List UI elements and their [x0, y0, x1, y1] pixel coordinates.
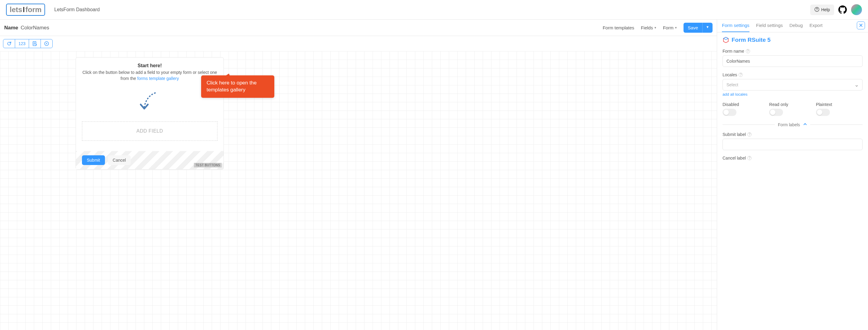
locales-input[interactable] [722, 79, 863, 90]
logo-text-left: lets [10, 5, 22, 14]
sidebar-tabs: Form settings Field settings Debug Expor… [717, 20, 868, 32]
help-button[interactable]: Help [810, 4, 834, 15]
logo-text-right: form [25, 5, 41, 14]
locales-label: Locales ? [722, 72, 863, 77]
svg-point-1 [816, 10, 817, 11]
readonly-toggle-col: Read only [769, 102, 816, 116]
cancel-label-label: Cancel label ? [722, 156, 863, 161]
chevron-down-icon: ⌄ [855, 81, 859, 88]
tab-form-settings[interactable]: Form settings [722, 23, 749, 32]
form-name-field: Form name ? [722, 49, 863, 67]
plaintext-label: Plaintext [816, 102, 863, 107]
form-name-label-text: Form name [722, 49, 744, 54]
help-label: Help [821, 7, 830, 12]
form-card: Start here! Click on the button below to… [75, 57, 224, 169]
onboarding-tooltip: Click here to open the templates gallery [201, 75, 274, 98]
refresh-icon[interactable] [3, 39, 15, 48]
toolbar-right: Form templates Fields ▾ Form ▾ Save ▼ [603, 23, 713, 33]
disabled-label: Disabled [722, 102, 769, 107]
logo[interactable]: lets I form [6, 4, 45, 16]
help-icon [814, 7, 819, 13]
canvas-icon-bar: 123 [0, 36, 717, 51]
avatar[interactable] [851, 4, 862, 15]
divider-line [722, 125, 775, 125]
plaintext-toggle-col: Plaintext [816, 102, 863, 116]
menu-form-label: Form [663, 25, 674, 30]
help-icon[interactable]: ? [747, 132, 751, 137]
add-all-locales-link[interactable]: add all locales [722, 92, 747, 97]
form-labels-section[interactable]: Form labels [722, 122, 863, 127]
cancel-button[interactable]: Cancel [108, 155, 131, 165]
chevron-down-icon: ▾ [654, 26, 656, 30]
collapse-up-icon [803, 122, 807, 127]
canvas: Start here! Click on the button below to… [0, 51, 717, 330]
add-field-button[interactable]: ADD FIELD [82, 121, 217, 141]
close-panel-button[interactable]: ✕ [857, 22, 865, 29]
help-icon[interactable]: ? [747, 156, 751, 160]
form-name-input[interactable] [722, 55, 863, 67]
save-dropdown[interactable]: ▼ [702, 23, 713, 33]
arrow-icon [137, 90, 162, 114]
play-icon[interactable] [41, 39, 52, 48]
save-button-group: Save ▼ [683, 23, 713, 33]
locales-select[interactable]: ⌄ [722, 79, 863, 90]
submit-label-input[interactable] [722, 139, 863, 150]
chevron-down-icon: ▾ [675, 26, 677, 30]
menu-templates-label: Form templates [603, 25, 634, 30]
tab-debug[interactable]: Debug [789, 23, 803, 32]
divider-line [810, 125, 863, 125]
toolbar-left: Name ColorNames [4, 25, 49, 31]
test-badge: TEST BUTTONS [194, 163, 222, 167]
submit-button[interactable]: Submit [82, 155, 105, 165]
submit-label-field: Submit label ? [722, 132, 863, 150]
panel-title-text: Form RSuite 5 [732, 37, 771, 43]
header-left: lets I form LetsForm Dashboard [6, 4, 100, 16]
submit-label-label: Submit label ? [722, 132, 863, 137]
page-title: LetsForm Dashboard [54, 7, 99, 12]
readonly-label: Read only [769, 102, 816, 107]
save-button[interactable]: Save [683, 23, 702, 33]
form-actions: Submit Cancel TEST BUTTONS [76, 151, 223, 169]
start-text: Click on the button below to add a field… [82, 70, 217, 81]
help-icon[interactable]: ? [739, 73, 743, 77]
cancel-label-text: Cancel label [722, 156, 746, 161]
header-right: Help [810, 4, 862, 15]
form-framework-icon [722, 37, 729, 43]
github-icon[interactable] [838, 5, 847, 14]
cancel-label-field: Cancel label ? [722, 156, 863, 161]
form-name-label: Form name ? [722, 49, 863, 54]
plaintext-toggle[interactable] [816, 109, 830, 116]
numbers-icon[interactable]: 123 [15, 39, 29, 48]
locales-label-text: Locales [722, 72, 737, 77]
tab-export[interactable]: Export [809, 23, 822, 32]
main-layout: Name ColorNames Form templates Fields ▾ … [0, 20, 868, 330]
locales-field: Locales ? ⌄ add all locales [722, 72, 863, 97]
toggles-row: Disabled Read only Plaintext [722, 102, 863, 116]
form-name-value: ColorNames [21, 25, 49, 31]
edit-form-icon[interactable] [29, 39, 41, 48]
readonly-toggle[interactable] [769, 109, 783, 116]
app-header: lets I form LetsForm Dashboard Help [0, 0, 868, 20]
icon-button-group: 123 [3, 39, 53, 48]
section-label: Form labels [778, 122, 800, 127]
form-name-label: Name [4, 25, 18, 31]
menu-fields[interactable]: Fields ▾ [641, 25, 656, 30]
template-gallery-link[interactable]: forms template gallery [137, 76, 179, 81]
tab-field-settings[interactable]: Field settings [756, 23, 783, 32]
editor-area: Name ColorNames Form templates Fields ▾ … [0, 20, 717, 330]
submit-label-text: Submit label [722, 132, 746, 137]
menu-fields-label: Fields [641, 25, 653, 30]
disabled-toggle-col: Disabled [722, 102, 769, 116]
form-toolbar: Name ColorNames Form templates Fields ▾ … [0, 20, 717, 36]
menu-form[interactable]: Form ▾ [663, 25, 677, 30]
logo-cursor-icon: I [22, 5, 25, 14]
disabled-toggle[interactable] [722, 109, 737, 116]
tooltip-text: Click here to open the templates gallery [207, 80, 256, 93]
panel-title: Form RSuite 5 [722, 37, 863, 43]
settings-sidebar: Form settings Field settings Debug Expor… [717, 20, 868, 330]
menu-form-templates[interactable]: Form templates [603, 25, 634, 30]
form-settings-panel: Form RSuite 5 Form name ? Locales ? ⌄ [717, 32, 868, 170]
start-title: Start here! [82, 63, 217, 68]
help-icon[interactable]: ? [746, 49, 750, 53]
